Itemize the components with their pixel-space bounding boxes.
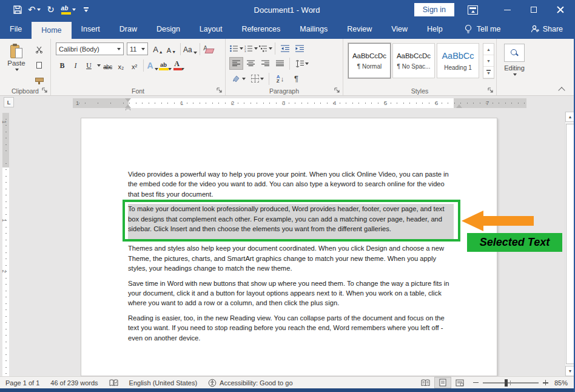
document-page[interactable]: Video provides a powerful way to help yo… xyxy=(81,118,497,376)
print-layout-button[interactable] xyxy=(434,377,451,388)
zoom-in-button[interactable] xyxy=(543,380,548,385)
clear-formatting-button[interactable] xyxy=(203,42,215,55)
tab-references[interactable]: References xyxy=(232,19,290,39)
sort-button[interactable]: AZ↓ xyxy=(272,72,289,85)
style-normal[interactable]: AaBbCcDc ¶ Normal xyxy=(348,43,391,78)
maximize-button[interactable] xyxy=(520,0,547,19)
scrollbar-thumb[interactable] xyxy=(566,124,574,364)
align-right-button[interactable] xyxy=(258,57,272,70)
undo-button[interactable]: ↶ xyxy=(27,2,42,17)
word-count[interactable]: 46 of 239 words xyxy=(45,379,103,387)
decrease-indent-button[interactable] xyxy=(278,42,292,55)
show-hide-marks-button[interactable]: ¶ xyxy=(289,72,303,85)
underline-button[interactable]: U xyxy=(82,59,95,72)
accessibility-status[interactable]: Accessibility: Good to go xyxy=(203,379,298,387)
styles-more-button[interactable]: ▼ xyxy=(483,67,494,78)
numbering-button[interactable]: 123 xyxy=(244,42,258,55)
change-case-button[interactable]: Aa xyxy=(183,42,197,55)
style-no-spacing[interactable]: AaBbCcDc ¶ No Spac... xyxy=(392,43,435,78)
paragraph[interactable]: Reading is easier, too, in the new Readi… xyxy=(128,313,454,343)
redo-button[interactable]: ↻ xyxy=(44,2,58,17)
customize-qat-button[interactable] xyxy=(79,2,93,17)
selected-paragraph[interactable]: To make your document look professionall… xyxy=(128,204,454,240)
hanging-indent-marker[interactable] xyxy=(125,104,131,108)
style-heading-1[interactable]: AaBbCc Heading 1 xyxy=(437,43,479,78)
clipboard-dialog-launcher[interactable] xyxy=(41,87,49,94)
borders-button[interactable] xyxy=(248,72,266,85)
format-painter-button[interactable] xyxy=(33,75,45,86)
sign-in-button[interactable]: Sign in xyxy=(414,3,454,16)
styles-dialog-launcher[interactable] xyxy=(487,87,494,94)
tab-file[interactable]: File xyxy=(0,19,32,39)
right-indent-marker[interactable] xyxy=(456,104,462,108)
font-family-combo[interactable]: Calibri (Body) xyxy=(56,42,124,55)
bullets-button[interactable] xyxy=(229,42,243,55)
tab-review[interactable]: Review xyxy=(337,19,382,39)
increase-indent-button[interactable] xyxy=(292,42,306,55)
collapse-ribbon-button[interactable] xyxy=(558,87,567,93)
share-button[interactable]: Share xyxy=(520,19,574,39)
justify-button[interactable] xyxy=(273,57,287,70)
zoom-out-button[interactable] xyxy=(473,382,479,384)
tab-selector[interactable]: L xyxy=(4,97,14,107)
page-count[interactable]: Page 1 of 1 xyxy=(0,379,45,387)
horizontal-ruler[interactable]: 1 1 2 3 4 5 6 7 xyxy=(73,98,526,108)
minimize-button[interactable] xyxy=(494,0,520,19)
language-status[interactable]: English (United States) xyxy=(124,379,203,387)
bold-button[interactable]: B xyxy=(56,59,69,72)
scroll-down-button[interactable]: ▼ xyxy=(565,366,574,376)
save-button[interactable] xyxy=(11,2,24,17)
multilevel-list-button[interactable] xyxy=(258,42,272,55)
tab-home[interactable]: Home xyxy=(32,22,71,39)
grow-font-button[interactable]: A▲ xyxy=(152,42,164,55)
zoom-slider-thumb[interactable] xyxy=(505,379,508,387)
font-color-button[interactable]: A xyxy=(173,59,186,72)
paragraph[interactable]: Themes and styles also help keep your do… xyxy=(128,243,454,273)
tab-design[interactable]: Design xyxy=(147,19,190,39)
shrink-font-button[interactable]: A▼ xyxy=(165,42,178,55)
close-button[interactable] xyxy=(547,0,574,19)
first-line-indent-marker[interactable] xyxy=(125,98,131,102)
align-left-button[interactable] xyxy=(229,57,243,70)
proofing-status[interactable] xyxy=(104,379,124,387)
cut-button[interactable] xyxy=(33,44,45,55)
paste-button[interactable]: Paste xyxy=(4,42,29,86)
zoom-level[interactable]: 85% xyxy=(553,379,574,387)
scroll-up-button[interactable]: ▲ xyxy=(565,112,574,122)
strikethrough-button[interactable]: abc xyxy=(101,59,114,72)
subscript-button[interactable]: x₂ xyxy=(115,59,127,72)
styles-scroll-up-button[interactable]: ▲ xyxy=(483,44,494,55)
editing-dropdown[interactable] xyxy=(497,73,532,76)
vertical-scrollbar[interactable]: ▲ ▼ xyxy=(565,112,574,376)
shading-button[interactable] xyxy=(229,72,247,85)
paragraph[interactable]: Video provides a powerful way to help yo… xyxy=(128,169,454,199)
paragraph[interactable]: Save time in Word with new buttons that … xyxy=(128,279,454,308)
tab-view[interactable]: View xyxy=(382,19,417,39)
tell-me-button[interactable]: Tell me xyxy=(456,19,509,39)
tab-mailings[interactable]: Mailings xyxy=(290,19,337,39)
line-spacing-button[interactable] xyxy=(292,57,311,70)
tab-help[interactable]: Help xyxy=(417,19,452,39)
find-button[interactable] xyxy=(504,44,525,62)
highlighter-button[interactable]: ab xyxy=(60,2,77,17)
zoom-slider-track[interactable] xyxy=(483,382,539,384)
text-effects-button[interactable]: A xyxy=(146,59,159,72)
web-layout-button[interactable] xyxy=(451,377,468,388)
copy-button[interactable] xyxy=(33,59,45,70)
italic-button[interactable]: I xyxy=(69,59,82,72)
text-highlight-button[interactable]: ab xyxy=(160,59,172,72)
font-size-combo[interactable]: 11 xyxy=(127,42,148,55)
vertical-ruler[interactable]: 1 1 2 xyxy=(2,113,9,376)
document-text[interactable]: Video provides a powerful way to help yo… xyxy=(128,169,454,348)
chevron-down-icon[interactable] xyxy=(97,64,101,67)
align-center-button[interactable] xyxy=(244,57,258,70)
font-dialog-launcher[interactable] xyxy=(216,87,223,94)
styles-scroll-down-button[interactable]: ▼ xyxy=(483,55,494,67)
ribbon-display-options-button[interactable] xyxy=(468,5,478,15)
tab-layout[interactable]: Layout xyxy=(190,19,232,39)
tab-insert[interactable]: Insert xyxy=(72,19,110,39)
tab-draw[interactable]: Draw xyxy=(110,19,147,39)
read-mode-button[interactable] xyxy=(417,377,434,388)
superscript-button[interactable]: x² xyxy=(128,59,141,72)
paragraph-dialog-launcher[interactable] xyxy=(334,87,341,94)
